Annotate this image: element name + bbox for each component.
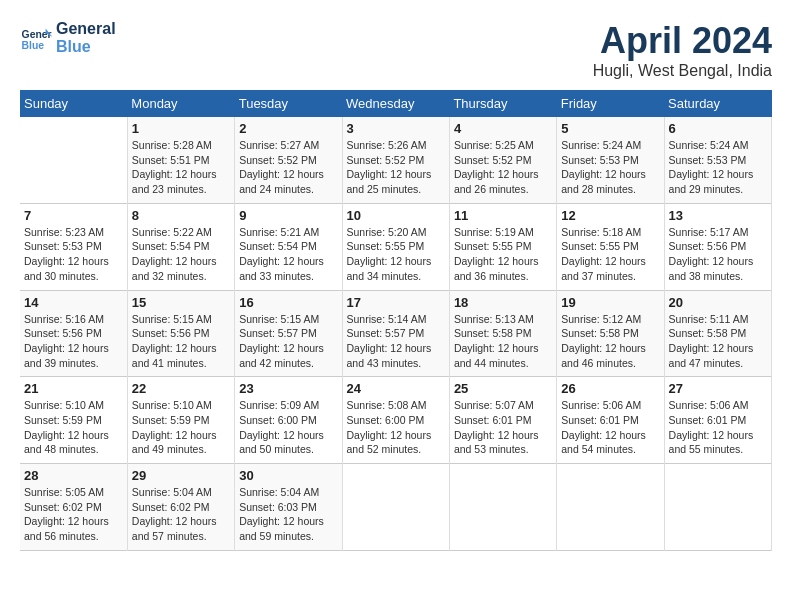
day-info: Sunrise: 5:18 AM Sunset: 5:55 PM Dayligh… xyxy=(561,225,659,284)
header: General Blue General Blue April 2024 Hug… xyxy=(20,20,772,80)
day-number: 30 xyxy=(239,468,337,483)
day-info: Sunrise: 5:28 AM Sunset: 5:51 PM Dayligh… xyxy=(132,138,230,197)
day-info: Sunrise: 5:15 AM Sunset: 5:56 PM Dayligh… xyxy=(132,312,230,371)
calendar-table: SundayMondayTuesdayWednesdayThursdayFrid… xyxy=(20,90,772,551)
calendar-cell: 14Sunrise: 5:16 AM Sunset: 5:56 PM Dayli… xyxy=(20,290,127,377)
day-info: Sunrise: 5:07 AM Sunset: 6:01 PM Dayligh… xyxy=(454,398,552,457)
day-number: 13 xyxy=(669,208,767,223)
calendar-cell: 21Sunrise: 5:10 AM Sunset: 5:59 PM Dayli… xyxy=(20,377,127,464)
calendar-cell: 6Sunrise: 5:24 AM Sunset: 5:53 PM Daylig… xyxy=(664,117,771,203)
svg-text:General: General xyxy=(22,29,52,40)
calendar-cell: 13Sunrise: 5:17 AM Sunset: 5:56 PM Dayli… xyxy=(664,203,771,290)
day-number: 6 xyxy=(669,121,767,136)
day-number: 29 xyxy=(132,468,230,483)
day-number: 18 xyxy=(454,295,552,310)
weekday-header-tuesday: Tuesday xyxy=(235,90,342,117)
day-number: 7 xyxy=(24,208,123,223)
day-info: Sunrise: 5:23 AM Sunset: 5:53 PM Dayligh… xyxy=(24,225,123,284)
calendar-cell: 7Sunrise: 5:23 AM Sunset: 5:53 PM Daylig… xyxy=(20,203,127,290)
day-info: Sunrise: 5:09 AM Sunset: 6:00 PM Dayligh… xyxy=(239,398,337,457)
day-number: 10 xyxy=(347,208,445,223)
calendar-cell xyxy=(342,464,449,551)
day-number: 17 xyxy=(347,295,445,310)
calendar-cell: 1Sunrise: 5:28 AM Sunset: 5:51 PM Daylig… xyxy=(127,117,234,203)
day-info: Sunrise: 5:20 AM Sunset: 5:55 PM Dayligh… xyxy=(347,225,445,284)
calendar-cell: 5Sunrise: 5:24 AM Sunset: 5:53 PM Daylig… xyxy=(557,117,664,203)
calendar-cell: 4Sunrise: 5:25 AM Sunset: 5:52 PM Daylig… xyxy=(449,117,556,203)
day-number: 14 xyxy=(24,295,123,310)
calendar-cell: 28Sunrise: 5:05 AM Sunset: 6:02 PM Dayli… xyxy=(20,464,127,551)
day-number: 20 xyxy=(669,295,767,310)
day-info: Sunrise: 5:25 AM Sunset: 5:52 PM Dayligh… xyxy=(454,138,552,197)
calendar-cell: 23Sunrise: 5:09 AM Sunset: 6:00 PM Dayli… xyxy=(235,377,342,464)
calendar-cell xyxy=(664,464,771,551)
day-info: Sunrise: 5:16 AM Sunset: 5:56 PM Dayligh… xyxy=(24,312,123,371)
calendar-cell: 25Sunrise: 5:07 AM Sunset: 6:01 PM Dayli… xyxy=(449,377,556,464)
day-info: Sunrise: 5:27 AM Sunset: 5:52 PM Dayligh… xyxy=(239,138,337,197)
calendar-cell: 8Sunrise: 5:22 AM Sunset: 5:54 PM Daylig… xyxy=(127,203,234,290)
day-info: Sunrise: 5:06 AM Sunset: 6:01 PM Dayligh… xyxy=(561,398,659,457)
day-info: Sunrise: 5:24 AM Sunset: 5:53 PM Dayligh… xyxy=(561,138,659,197)
day-number: 11 xyxy=(454,208,552,223)
day-info: Sunrise: 5:14 AM Sunset: 5:57 PM Dayligh… xyxy=(347,312,445,371)
day-number: 23 xyxy=(239,381,337,396)
day-info: Sunrise: 5:26 AM Sunset: 5:52 PM Dayligh… xyxy=(347,138,445,197)
day-number: 1 xyxy=(132,121,230,136)
day-number: 5 xyxy=(561,121,659,136)
calendar-cell: 19Sunrise: 5:12 AM Sunset: 5:58 PM Dayli… xyxy=(557,290,664,377)
day-info: Sunrise: 5:10 AM Sunset: 5:59 PM Dayligh… xyxy=(24,398,123,457)
day-info: Sunrise: 5:08 AM Sunset: 6:00 PM Dayligh… xyxy=(347,398,445,457)
weekday-header-row: SundayMondayTuesdayWednesdayThursdayFrid… xyxy=(20,90,772,117)
day-number: 4 xyxy=(454,121,552,136)
calendar-cell: 3Sunrise: 5:26 AM Sunset: 5:52 PM Daylig… xyxy=(342,117,449,203)
day-info: Sunrise: 5:24 AM Sunset: 5:53 PM Dayligh… xyxy=(669,138,767,197)
calendar-cell: 2Sunrise: 5:27 AM Sunset: 5:52 PM Daylig… xyxy=(235,117,342,203)
day-number: 3 xyxy=(347,121,445,136)
day-number: 12 xyxy=(561,208,659,223)
day-info: Sunrise: 5:11 AM Sunset: 5:58 PM Dayligh… xyxy=(669,312,767,371)
day-number: 25 xyxy=(454,381,552,396)
day-info: Sunrise: 5:17 AM Sunset: 5:56 PM Dayligh… xyxy=(669,225,767,284)
day-info: Sunrise: 5:04 AM Sunset: 6:02 PM Dayligh… xyxy=(132,485,230,544)
calendar-cell: 29Sunrise: 5:04 AM Sunset: 6:02 PM Dayli… xyxy=(127,464,234,551)
calendar-cell: 9Sunrise: 5:21 AM Sunset: 5:54 PM Daylig… xyxy=(235,203,342,290)
weekday-header-monday: Monday xyxy=(127,90,234,117)
day-info: Sunrise: 5:12 AM Sunset: 5:58 PM Dayligh… xyxy=(561,312,659,371)
weekday-header-friday: Friday xyxy=(557,90,664,117)
logo-general: General xyxy=(56,20,116,38)
day-number: 15 xyxy=(132,295,230,310)
calendar-cell: 11Sunrise: 5:19 AM Sunset: 5:55 PM Dayli… xyxy=(449,203,556,290)
week-row-4: 21Sunrise: 5:10 AM Sunset: 5:59 PM Dayli… xyxy=(20,377,772,464)
week-row-3: 14Sunrise: 5:16 AM Sunset: 5:56 PM Dayli… xyxy=(20,290,772,377)
day-info: Sunrise: 5:19 AM Sunset: 5:55 PM Dayligh… xyxy=(454,225,552,284)
day-info: Sunrise: 5:21 AM Sunset: 5:54 PM Dayligh… xyxy=(239,225,337,284)
day-info: Sunrise: 5:13 AM Sunset: 5:58 PM Dayligh… xyxy=(454,312,552,371)
calendar-cell: 20Sunrise: 5:11 AM Sunset: 5:58 PM Dayli… xyxy=(664,290,771,377)
day-number: 16 xyxy=(239,295,337,310)
logo-icon: General Blue xyxy=(20,22,52,54)
calendar-cell: 17Sunrise: 5:14 AM Sunset: 5:57 PM Dayli… xyxy=(342,290,449,377)
weekday-header-wednesday: Wednesday xyxy=(342,90,449,117)
day-info: Sunrise: 5:10 AM Sunset: 5:59 PM Dayligh… xyxy=(132,398,230,457)
calendar-cell: 12Sunrise: 5:18 AM Sunset: 5:55 PM Dayli… xyxy=(557,203,664,290)
day-number: 2 xyxy=(239,121,337,136)
day-number: 8 xyxy=(132,208,230,223)
calendar-cell: 24Sunrise: 5:08 AM Sunset: 6:00 PM Dayli… xyxy=(342,377,449,464)
day-info: Sunrise: 5:06 AM Sunset: 6:01 PM Dayligh… xyxy=(669,398,767,457)
day-info: Sunrise: 5:15 AM Sunset: 5:57 PM Dayligh… xyxy=(239,312,337,371)
day-number: 21 xyxy=(24,381,123,396)
day-number: 24 xyxy=(347,381,445,396)
svg-text:Blue: Blue xyxy=(22,40,45,51)
day-number: 22 xyxy=(132,381,230,396)
weekday-header-saturday: Saturday xyxy=(664,90,771,117)
calendar-cell: 26Sunrise: 5:06 AM Sunset: 6:01 PM Dayli… xyxy=(557,377,664,464)
day-info: Sunrise: 5:04 AM Sunset: 6:03 PM Dayligh… xyxy=(239,485,337,544)
calendar-cell: 16Sunrise: 5:15 AM Sunset: 5:57 PM Dayli… xyxy=(235,290,342,377)
day-number: 9 xyxy=(239,208,337,223)
week-row-1: 1Sunrise: 5:28 AM Sunset: 5:51 PM Daylig… xyxy=(20,117,772,203)
logo-blue: Blue xyxy=(56,38,116,56)
month-title: April 2024 xyxy=(593,20,772,62)
calendar-cell: 22Sunrise: 5:10 AM Sunset: 5:59 PM Dayli… xyxy=(127,377,234,464)
day-info: Sunrise: 5:05 AM Sunset: 6:02 PM Dayligh… xyxy=(24,485,123,544)
location-subtitle: Hugli, West Bengal, India xyxy=(593,62,772,80)
